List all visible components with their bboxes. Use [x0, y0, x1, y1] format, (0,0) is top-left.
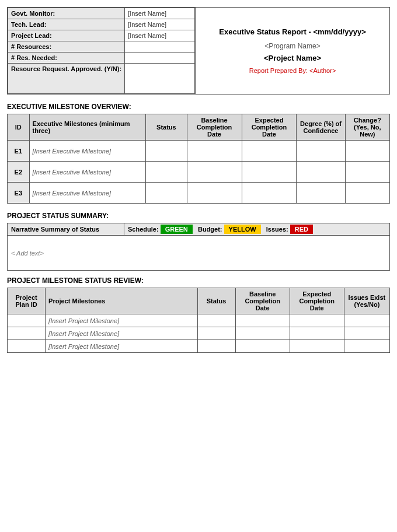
pm-col-id: Project Plan ID [8, 288, 46, 314]
pm-row-id [8, 314, 46, 327]
exec-row-confidence [297, 141, 345, 162]
project-name: <Project Name> [198, 54, 386, 62]
schedule-badge: GREEN [161, 225, 193, 234]
exec-row-change [345, 162, 389, 183]
program-name: <Program Name> [198, 42, 386, 50]
project-milestone-table: Project Plan ID Project Milestones Statu… [7, 288, 390, 353]
exec-milestone-row: E3 [Insert Executive Milestone] [8, 183, 390, 204]
pm-row-expected [290, 314, 344, 327]
issues-badge: RED [290, 225, 313, 234]
project-lead-label: Project Lead: [8, 30, 125, 41]
pm-milestone-row: [Insert Project Milestone] [8, 340, 390, 353]
status-add-text[interactable]: < Add text> [8, 236, 390, 271]
exec-row-status [146, 183, 187, 204]
resource-request-label: Resource Request. Approved. (Y/N): [8, 64, 125, 94]
exec-row-expected [242, 141, 297, 162]
col-header-status: Status [146, 114, 187, 141]
resource-request-value [125, 64, 195, 94]
exec-row-expected [242, 183, 297, 204]
exec-row-milestone: [Insert Executive Milestone] [29, 183, 146, 204]
pm-col-status: Status [197, 288, 235, 314]
exec-row-id: E2 [8, 162, 30, 183]
exec-row-confidence [297, 162, 345, 183]
tech-lead-value: [Insert Name] [125, 19, 195, 30]
exec-row-change [345, 141, 389, 162]
exec-row-milestone: [Insert Executive Milestone] [29, 162, 146, 183]
exec-row-id: E1 [8, 141, 30, 162]
pm-row-baseline [235, 314, 290, 327]
pm-col-expected: Expected Completion Date [290, 288, 344, 314]
executive-milestone-title: EXECUTIVE MILESTONE OVERVIEW: [7, 103, 390, 111]
pm-col-milestones: Project Milestones [46, 288, 197, 314]
pm-row-issues [344, 314, 389, 327]
exec-milestone-row: E2 [Insert Executive Milestone] [8, 162, 390, 183]
pm-row-baseline [235, 327, 290, 340]
col-header-expected: Expected Completion Date [242, 114, 297, 141]
pm-row-issues [344, 327, 389, 340]
col-header-milestones: Executive Milestones (minimum three) [29, 114, 146, 141]
header-right-panel: Executive Status Report - <mm/dd/yyyy> <… [196, 8, 390, 94]
exec-row-status [146, 162, 187, 183]
exec-row-baseline [187, 183, 242, 204]
exec-row-id: E3 [8, 183, 30, 204]
exec-row-baseline [187, 141, 242, 162]
project-lead-value: [Insert Name] [125, 30, 195, 41]
pm-row-id [8, 340, 46, 353]
status-indicators-row: Schedule: GREEN Budget: YELLOW Issues: R… [124, 223, 390, 236]
pm-row-status [197, 340, 235, 353]
issues-label: Issues: [266, 226, 288, 233]
pm-col-issues: Issues Exist (Yes/No) [344, 288, 389, 314]
executive-milestone-table: ID Executive Milestones (minimum three) … [7, 114, 390, 204]
pm-row-status [197, 327, 235, 340]
col-header-confidence: Degree (%) of Confidence [297, 114, 345, 141]
pm-row-baseline [235, 340, 290, 353]
exec-milestone-row: E1 [Insert Executive Milestone] [8, 141, 390, 162]
exec-row-status [146, 141, 187, 162]
project-status-title: PROJECT STATUS SUMMARY: [7, 212, 390, 220]
pm-col-baseline: Baseline Completion Date [235, 288, 290, 314]
govt-monitor-value: [Insert Name] [125, 8, 195, 19]
schedule-label: Schedule: [128, 226, 159, 233]
exec-row-confidence [297, 183, 345, 204]
res-needed-value [125, 52, 195, 64]
num-resources-label: # Resources: [8, 41, 125, 52]
exec-row-milestone: [Insert Executive Milestone] [29, 141, 146, 162]
pm-row-milestone: [Insert Project Milestone] [46, 340, 197, 353]
report-author: Report Prepared By: <Author> [198, 67, 386, 74]
narrative-label: Narrative Summary of Status [8, 223, 124, 236]
exec-row-expected [242, 162, 297, 183]
pm-row-expected [290, 340, 344, 353]
pm-row-issues [344, 340, 389, 353]
num-resources-value [125, 41, 195, 52]
tech-lead-label: Tech. Lead: [8, 19, 125, 30]
budget-badge: YELLOW [224, 225, 261, 234]
pm-row-id [8, 327, 46, 340]
col-header-id: ID [8, 114, 30, 141]
pm-row-status [197, 314, 235, 327]
budget-label: Budget: [198, 226, 222, 233]
status-summary-table: Narrative Summary of Status Schedule: GR… [7, 223, 390, 271]
pm-row-expected [290, 327, 344, 340]
pm-row-milestone: [Insert Project Milestone] [46, 327, 197, 340]
report-title: Executive Status Report - <mm/dd/yyyy> [198, 27, 386, 36]
pm-milestone-row: [Insert Project Milestone] [8, 327, 390, 340]
exec-row-baseline [187, 162, 242, 183]
exec-row-change [345, 183, 389, 204]
project-milestone-title: PROJECT MILESTONE STATUS REVIEW: [7, 276, 390, 285]
pm-milestone-row: [Insert Project Milestone] [8, 314, 390, 327]
header-table: Govt. Monitor: [Insert Name] Tech. Lead:… [7, 7, 390, 94]
col-header-baseline: Baseline Completion Date [187, 114, 242, 141]
govt-monitor-label: Govt. Monitor: [8, 8, 125, 19]
col-header-change: Change? (Yes, No, New) [345, 114, 389, 141]
res-needed-label: # Res. Needed: [8, 52, 125, 64]
pm-row-milestone: [Insert Project Milestone] [46, 314, 197, 327]
